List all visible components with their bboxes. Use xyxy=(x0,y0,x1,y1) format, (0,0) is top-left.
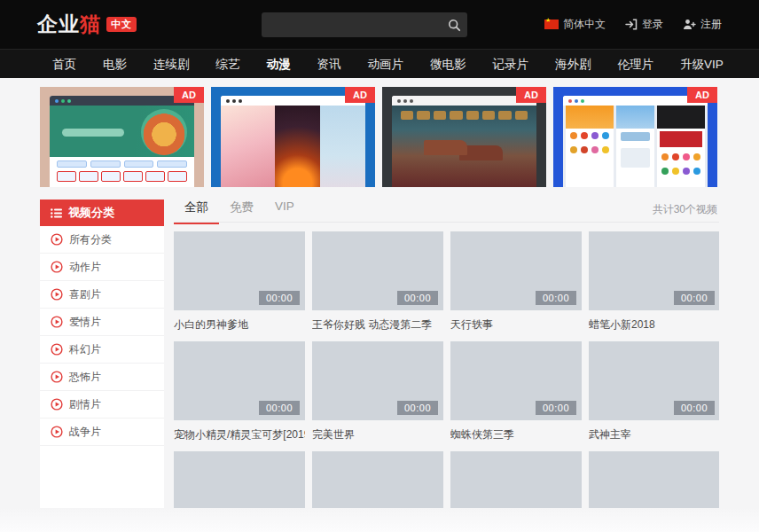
sidebar-item-1[interactable]: 所有分类 xyxy=(40,226,164,254)
video-thumbnail[interactable] xyxy=(312,451,443,508)
video-card[interactable] xyxy=(589,451,719,508)
filter-tabbar: 全部 免费 VIP 共计30个视频 xyxy=(174,200,719,223)
video-title[interactable]: 王爷你好贱 动态漫第二季 xyxy=(312,317,443,331)
nav-item-9[interactable]: 记录片 xyxy=(480,50,543,79)
video-thumbnail[interactable]: 00:00 xyxy=(312,231,443,310)
page: 企业 猫 中文 简体中文 xyxy=(0,0,759,532)
video-card[interactable]: 00:00蜡笔小新2018 xyxy=(589,231,719,331)
sidebar-item-8[interactable]: 战争片 xyxy=(40,419,164,446)
video-thumbnail[interactable]: 00:00 xyxy=(589,341,719,420)
language-label: 简体中文 xyxy=(563,17,606,32)
nav-item-1[interactable]: 首页 xyxy=(39,50,90,79)
video-thumbnail[interactable] xyxy=(589,451,719,508)
sidebar-item-3[interactable]: 喜剧片 xyxy=(40,281,164,309)
nav-item-6[interactable]: 资讯 xyxy=(304,50,355,79)
video-thumbnail[interactable]: 00:00 xyxy=(450,231,582,310)
video-title[interactable]: 蜡笔小新2018 xyxy=(589,317,719,331)
video-duration-badge: 00:00 xyxy=(674,291,715,305)
sidebar-item-label: 爱情片 xyxy=(69,315,101,330)
video-thumbnail[interactable] xyxy=(450,451,582,508)
video-title[interactable]: 武神主宰 xyxy=(589,427,719,441)
video-thumbnail[interactable]: 00:00 xyxy=(589,231,719,310)
site-logo[interactable]: 企业 猫 中文 xyxy=(37,11,137,38)
nav-item-11[interactable]: 伦理片 xyxy=(605,50,668,79)
sidebar-item-label: 剧情片 xyxy=(69,397,101,412)
nav-item-3[interactable]: 连续剧 xyxy=(140,50,203,79)
ad-banner-3[interactable]: AD xyxy=(382,87,546,187)
nav-item-5[interactable]: 动漫 xyxy=(254,50,304,79)
ad-badge: AD xyxy=(516,87,546,103)
ad-banner-1[interactable]: AD xyxy=(40,87,204,187)
sidebar-item-label: 科幻片 xyxy=(69,342,101,357)
video-card[interactable]: 00:00武神主宰 xyxy=(589,341,719,441)
video-title[interactable]: 完美世界 xyxy=(312,427,443,441)
video-thumbnail[interactable] xyxy=(174,451,305,508)
sidebar-item-label: 战争片 xyxy=(69,425,101,440)
search-input[interactable] xyxy=(262,12,441,37)
ad-badge: AD xyxy=(174,87,204,103)
video-thumbnail[interactable]: 00:00 xyxy=(312,341,443,420)
ad-banner-4[interactable]: AD xyxy=(553,87,717,187)
video-card[interactable] xyxy=(312,451,443,508)
sidebar-header: 视频分类 xyxy=(40,200,164,226)
video-thumbnail[interactable]: 00:00 xyxy=(174,231,305,310)
video-card[interactable] xyxy=(450,451,582,508)
ad-badge: AD xyxy=(687,87,717,103)
video-card[interactable] xyxy=(174,451,305,508)
ad-banner-2[interactable]: AD xyxy=(211,87,375,187)
register-link[interactable]: 注册 xyxy=(683,17,722,32)
sidebar-item-4[interactable]: 爱情片 xyxy=(40,309,164,336)
sidebar-item-label: 动作片 xyxy=(69,260,101,275)
register-label: 注册 xyxy=(700,17,722,32)
video-thumbnail[interactable]: 00:00 xyxy=(174,341,305,420)
play-circle-icon xyxy=(51,371,63,383)
video-title[interactable]: 小白的男神爹地 xyxy=(174,317,305,331)
topbar-right: 简体中文 登录 注册 xyxy=(544,0,722,49)
search-bar xyxy=(262,12,467,37)
nav-item-7[interactable]: 动画片 xyxy=(355,50,418,79)
video-title[interactable]: 蜘蛛侠第三季 xyxy=(450,427,582,441)
video-duration-badge: 00:00 xyxy=(397,291,438,305)
play-circle-icon xyxy=(51,316,63,328)
logo-text-1: 企业 xyxy=(37,11,80,38)
nav-item-4[interactable]: 综艺 xyxy=(203,50,254,79)
sidebar-item-label: 喜剧片 xyxy=(69,287,101,302)
video-card[interactable]: 00:00宠物小精灵/精灵宝可梦[2019] xyxy=(174,341,305,441)
ad-banner-2-thumbnail xyxy=(221,96,365,187)
search-button[interactable] xyxy=(441,12,467,37)
video-count-text: 共计30个视频 xyxy=(653,202,717,217)
nav-item-8[interactable]: 微电影 xyxy=(417,50,480,79)
sidebar-title: 视频分类 xyxy=(68,205,114,221)
nav-item-10[interactable]: 海外剧 xyxy=(542,50,605,79)
play-circle-icon xyxy=(51,233,63,246)
logo-text-2: 猫 xyxy=(80,11,101,38)
china-flag-icon xyxy=(544,20,559,29)
nav-item-2[interactable]: 电影 xyxy=(90,50,140,79)
sidebar-item-2[interactable]: 动作片 xyxy=(40,254,164,281)
video-title[interactable]: 天行轶事 xyxy=(450,317,582,331)
video-card[interactable]: 00:00天行轶事 xyxy=(450,231,582,331)
video-title[interactable]: 宠物小精灵/精灵宝可梦[2019] xyxy=(174,427,305,441)
sidebar-list: 所有分类动作片喜剧片爱情片科幻片恐怖片剧情片战争片 xyxy=(40,226,164,446)
sidebar-item-6[interactable]: 恐怖片 xyxy=(40,364,164,391)
sidebar-item-7[interactable]: 剧情片 xyxy=(40,391,164,419)
sidebar-item-5[interactable]: 科幻片 xyxy=(40,336,164,364)
video-card[interactable]: 00:00王爷你好贱 动态漫第二季 xyxy=(312,231,443,331)
sidebar-item-label: 恐怖片 xyxy=(69,370,101,385)
topbar: 企业 猫 中文 简体中文 xyxy=(0,0,759,49)
tab-all[interactable]: 全部 xyxy=(174,200,219,224)
play-circle-icon xyxy=(51,426,63,438)
tab-free[interactable]: 免费 xyxy=(219,200,264,224)
video-duration-badge: 00:00 xyxy=(536,401,576,415)
video-card[interactable]: 00:00蜘蛛侠第三季 xyxy=(450,341,582,441)
ad-badge: AD xyxy=(345,87,375,103)
video-card[interactable]: 00:00完美世界 xyxy=(312,341,443,441)
video-card[interactable]: 00:00小白的男神爹地 xyxy=(174,231,305,331)
main-nav: 首页电影连续剧综艺动漫资讯动画片微电影记录片海外剧伦理片升级VIP xyxy=(0,49,759,78)
tab-vip[interactable]: VIP xyxy=(264,200,305,222)
sidebar-item-label: 所有分类 xyxy=(69,232,112,247)
login-link[interactable]: 登录 xyxy=(625,17,663,32)
video-thumbnail[interactable]: 00:00 xyxy=(450,341,582,420)
language-switch[interactable]: 简体中文 xyxy=(544,17,606,32)
nav-item-12[interactable]: 升级VIP xyxy=(667,50,737,79)
